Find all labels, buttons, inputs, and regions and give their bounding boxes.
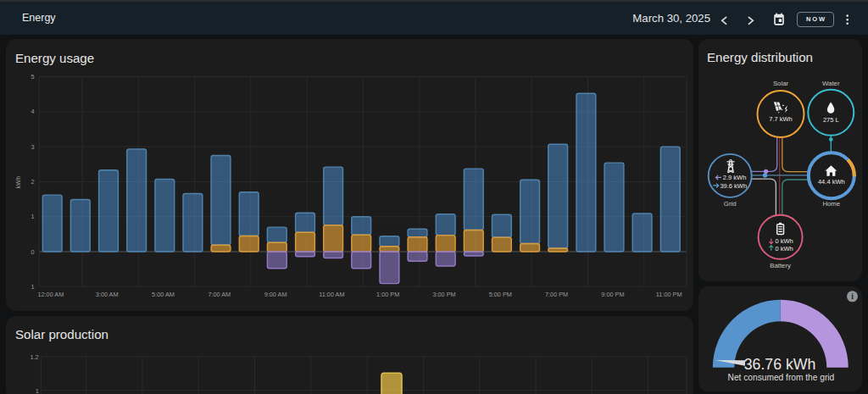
svg-text:1:00 PM: 1:00 PM bbox=[376, 291, 399, 298]
svg-text:7.7 kWh: 7.7 kWh bbox=[769, 115, 793, 123]
svg-text:5:00 AM: 5:00 AM bbox=[152, 291, 175, 298]
svg-text:Home: Home bbox=[822, 200, 840, 208]
svg-text:5: 5 bbox=[31, 73, 34, 80]
svg-text:7:00 PM: 7:00 PM bbox=[545, 291, 568, 298]
svg-text:Grid: Grid bbox=[724, 200, 737, 208]
svg-text:Net consumed from the grid: Net consumed from the grid bbox=[728, 373, 835, 382]
svg-text:11:00 AM: 11:00 AM bbox=[319, 291, 344, 298]
svg-text:kWh: kWh bbox=[14, 176, 22, 189]
svg-text:4: 4 bbox=[31, 108, 34, 115]
svg-text:36.76 kWh: 36.76 kWh bbox=[744, 356, 816, 373]
svg-text:39.6 kWh: 39.6 kWh bbox=[720, 182, 747, 190]
svg-text:11:00 PM: 11:00 PM bbox=[656, 291, 682, 298]
svg-text:Solar: Solar bbox=[773, 80, 789, 87]
svg-text:1.2: 1.2 bbox=[31, 353, 39, 361]
svg-text:5:00 PM: 5:00 PM bbox=[489, 291, 512, 298]
svg-text:9:00 PM: 9:00 PM bbox=[601, 291, 624, 298]
svg-text:3:00 PM: 3:00 PM bbox=[432, 291, 455, 298]
svg-text:3: 3 bbox=[31, 143, 34, 151]
svg-text:2: 2 bbox=[31, 178, 34, 186]
svg-text:7:00 AM: 7:00 AM bbox=[208, 291, 231, 298]
svg-text:0: 0 bbox=[31, 248, 34, 256]
svg-text:0 kWh: 0 kWh bbox=[775, 245, 793, 252]
svg-text:2.9 kWh: 2.9 kWh bbox=[723, 174, 747, 181]
svg-text:9:00 AM: 9:00 AM bbox=[264, 291, 287, 298]
svg-text:3:00 AM: 3:00 AM bbox=[96, 291, 119, 298]
svg-text:275 L: 275 L bbox=[823, 116, 839, 124]
svg-text:i: i bbox=[851, 292, 854, 301]
svg-text:Battery: Battery bbox=[770, 262, 791, 269]
svg-text:1: 1 bbox=[31, 213, 34, 220]
svg-text:1: 1 bbox=[31, 283, 34, 291]
svg-text:44.4 kWh: 44.4 kWh bbox=[818, 178, 845, 186]
svg-text:Water: Water bbox=[822, 80, 840, 87]
svg-text:1: 1 bbox=[36, 387, 39, 394]
svg-text:12:00 AM: 12:00 AM bbox=[37, 291, 64, 298]
